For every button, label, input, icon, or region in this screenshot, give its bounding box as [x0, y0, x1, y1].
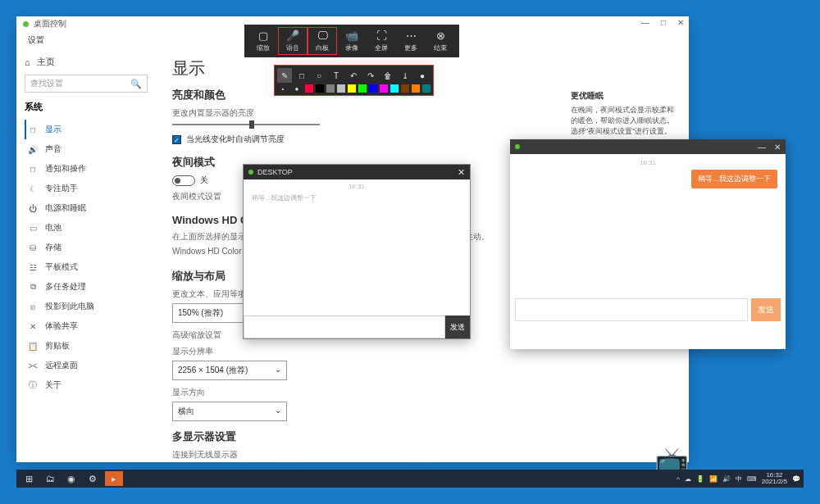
chat-title: DESKTOP	[257, 168, 293, 176]
whiteboard-toolbar: ✎□○T↶↷🗑⤓● • ●	[275, 66, 433, 95]
chat-window-desktop: DESKTOP ✕ 16:31 稍等...我这边调整一下 发送	[243, 164, 471, 339]
draw-tool[interactable]: ↶	[346, 68, 361, 83]
sidebar-item[interactable]: ⎚投影到此电脑	[25, 297, 148, 316]
color-swatch[interactable]	[337, 84, 345, 93]
brightness-slider[interactable]	[172, 124, 320, 125]
nav-icon: □	[28, 165, 38, 174]
scale-value: 150% (推荐)	[178, 307, 223, 319]
toolbar-label: 更多	[404, 43, 417, 52]
minimize-button[interactable]: —	[758, 143, 766, 152]
toolbar-label: 结束	[434, 43, 447, 52]
sidebar-item[interactable]: ><远程桌面	[25, 356, 148, 375]
minimize-button[interactable]: —	[641, 18, 649, 27]
color-swatch[interactable]	[305, 84, 313, 93]
color-swatch[interactable]	[326, 84, 335, 93]
draw-tool[interactable]: ⤓	[398, 68, 412, 83]
sidebar-item[interactable]: 🔊声音	[25, 139, 148, 159]
sidebar-item[interactable]: ▭电池	[25, 218, 148, 238]
toolbar-button[interactable]: ▢缩放	[249, 28, 277, 54]
nav-label: 电池	[45, 222, 61, 234]
slider-thumb[interactable]	[249, 120, 254, 129]
night-toggle[interactable]	[172, 175, 195, 186]
sidebar-item[interactable]: ⏻电源和睡眠	[25, 198, 148, 218]
draw-tool[interactable]: T	[329, 68, 344, 83]
draw-tool[interactable]: 🗑	[380, 68, 395, 83]
notifications-icon[interactable]: 💬	[792, 475, 800, 483]
chat-timestamp: 16:31	[244, 179, 470, 192]
sidebar-item[interactable]: 📋剪贴板	[25, 336, 148, 356]
color-swatch[interactable]	[358, 84, 367, 93]
clock-date: 2021/2/5	[762, 479, 787, 485]
color-swatch[interactable]	[412, 84, 420, 93]
sidebar-item[interactable]: □通知和操作	[25, 159, 148, 179]
nav-icon: ⓘ	[28, 379, 38, 391]
close-button[interactable]: ✕	[458, 167, 465, 178]
color-swatch[interactable]	[422, 84, 430, 93]
nav-label: 关于	[45, 379, 61, 391]
toolbar-button[interactable]: 📹录像	[338, 28, 366, 54]
sidebar-item[interactable]: ⧉多任务处理	[25, 277, 148, 297]
taskbar-clock[interactable]: 16:32 2021/2/5	[762, 472, 787, 485]
sidebar-item[interactable]: ☾专注助手	[25, 179, 148, 198]
color-swatch[interactable]	[348, 84, 356, 93]
night-off-label: 关	[200, 175, 208, 186]
draw-tool[interactable]: □	[294, 68, 309, 83]
nav-label: 体验共享	[45, 320, 78, 332]
color-swatch[interactable]	[380, 84, 388, 93]
close-button[interactable]: ✕	[677, 18, 684, 27]
toolbar-button[interactable]: ⊗结束	[426, 28, 454, 54]
dot-icon[interactable]: ●	[291, 85, 303, 93]
toolbar-button[interactable]: ⋯更多	[397, 28, 425, 54]
toolbar-icon: 🎤	[286, 30, 299, 42]
sidebar-item[interactable]: ☳平板模式	[25, 257, 148, 277]
sidebar-item[interactable]: ⛁存储	[25, 238, 148, 257]
tray-wifi-icon[interactable]: 📶	[709, 475, 718, 483]
tray-cloud-icon[interactable]: ☁	[685, 475, 691, 483]
draw-tool[interactable]: ○	[312, 68, 326, 83]
home-button[interactable]: ⌂ 主页	[25, 56, 148, 68]
toolbar-button[interactable]: 🖵白板	[308, 28, 336, 54]
sidebar-item[interactable]: □显示	[25, 120, 148, 139]
nav-icon: ⎚	[28, 302, 38, 311]
tray-up-icon[interactable]: ^	[676, 475, 680, 483]
taskbar-settings-icon[interactable]: ⚙	[84, 471, 102, 486]
nav-label: 平板模式	[45, 261, 78, 273]
tray-battery-icon[interactable]: 🔋	[696, 475, 704, 483]
multi-sub[interactable]: 连接到无线显示器	[172, 449, 672, 461]
search-placeholder: 查找设置	[30, 78, 63, 89]
send-button[interactable]: 发送	[751, 298, 781, 321]
resolution-select[interactable]: 2256 × 1504 (推荐)⌄	[172, 361, 287, 380]
chat-input[interactable]	[244, 316, 445, 338]
chat-message: 稍等...我这边调整一下	[244, 192, 470, 204]
close-button[interactable]: ✕	[774, 143, 781, 152]
sidebar-item[interactable]: ✕体验共享	[25, 316, 148, 336]
taskbar-app-icon[interactable]: ▸	[105, 471, 123, 486]
tray-keyboard-icon[interactable]: ⌨	[747, 475, 757, 483]
draw-tool[interactable]: ↷	[363, 68, 378, 83]
nav-icon: ⛁	[28, 243, 38, 252]
chat-input[interactable]	[515, 298, 748, 321]
nav-icon: ✕	[28, 322, 38, 331]
draw-tool[interactable]: ✎	[277, 68, 292, 83]
pointer-icon[interactable]: •	[277, 85, 289, 93]
search-input[interactable]: 查找设置 🔍	[25, 75, 148, 93]
color-swatch[interactable]	[401, 84, 409, 93]
orientation-select[interactable]: 横向⌄	[172, 402, 287, 421]
color-swatch[interactable]	[316, 84, 324, 93]
tray-ime[interactable]: 中	[736, 474, 742, 484]
start-button[interactable]: ⊞	[20, 471, 38, 486]
maximize-button[interactable]: □	[661, 18, 666, 27]
tray-volume-icon[interactable]: 🔊	[722, 475, 731, 483]
sidebar-item[interactable]: ⓘ关于	[25, 375, 148, 395]
toolbar-icon: ⋯	[406, 30, 417, 42]
send-button[interactable]: 发送	[445, 316, 470, 338]
color-swatch[interactable]	[369, 84, 377, 93]
toolbar-label: 语音	[286, 43, 299, 52]
color-swatch[interactable]	[390, 84, 399, 93]
toolbar-button[interactable]: ⛶全屏	[367, 28, 395, 54]
draw-tool[interactable]: ●	[415, 68, 430, 83]
toolbar-button[interactable]: 🎤语音	[279, 28, 307, 54]
nav-label: 专注助手	[45, 183, 78, 194]
taskbar-explorer-icon[interactable]: 🗂	[41, 471, 59, 486]
taskbar-chrome-icon[interactable]: ◉	[62, 471, 80, 486]
